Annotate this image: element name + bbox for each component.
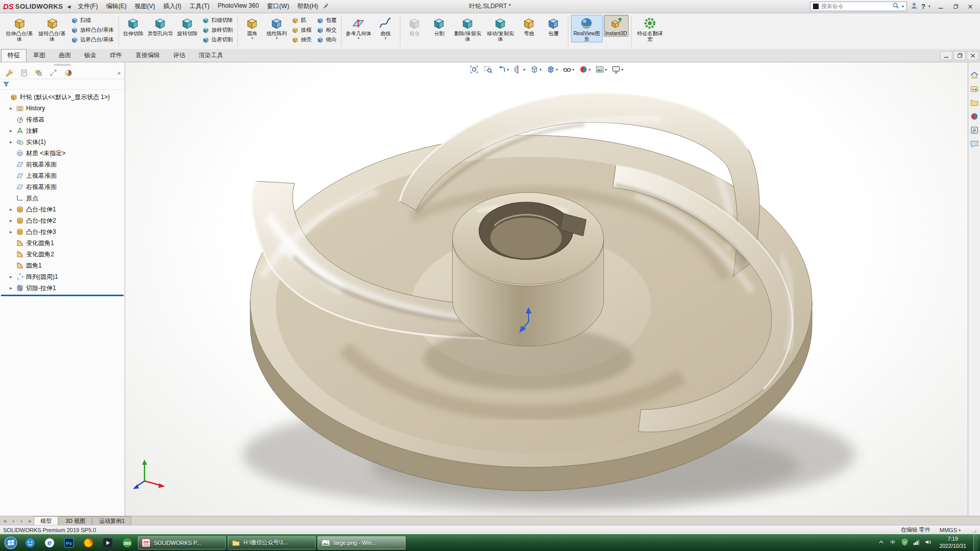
tree-item-11[interactable]: ▸凸台-拉伸3 [0,226,125,237]
tab-displaymanager[interactable] [63,68,73,78]
tab-featuremanager[interactable] [4,68,14,78]
tray-ime-icon[interactable]: 中 [889,538,897,547]
tab-6[interactable]: 评估 [166,49,192,62]
ribbon-button-g2-2-1[interactable]: 拔模 [290,26,314,35]
tree-item-13[interactable]: 变化圆角2 [0,249,125,260]
ribbon-button-g4-2[interactable]: 删除/保留实体 [452,15,484,42]
menu-item-1[interactable]: 编辑(E) [102,1,131,12]
bottom-tab-2[interactable]: 运动算例1 [92,516,131,525]
edit-appearance-button[interactable]: ▾ [578,64,592,75]
window-restore-button[interactable] [948,2,962,12]
user-account-icon[interactable] [910,2,918,11]
bottom-tab-0[interactable]: 模型 [34,516,58,525]
hide-show-items-button[interactable]: ▾ [561,64,576,75]
window-close-button[interactable] [963,2,977,12]
ribbon-button-g2-2-2[interactable]: 抽壳 [290,35,314,44]
tree-root[interactable]: 叶轮 (默认<<默认>_显示状态 1>) [0,91,125,103]
tab-7[interactable]: 渲染工具 [192,49,230,62]
rollback-bar[interactable] [1,295,124,296]
tab-scroll-prev-button[interactable]: ‹ [9,517,17,525]
apply-scene-button[interactable]: ▾ [594,64,609,75]
tab-5[interactable]: 直接编辑 [129,49,166,62]
magnifier-icon[interactable] [892,2,899,9]
doc-close-button[interactable] [967,51,979,60]
taskbar-blue-app-button[interactable] [20,535,40,550]
taskbar-clock[interactable]: 7:19 2022/10/31 [936,536,969,549]
tree-item-16[interactable]: ▸切除-拉伸1 [0,282,125,294]
menu-item-3[interactable]: 插入(I) [159,1,185,12]
pin-icon[interactable] [322,2,329,9]
ribbon-button-g1-1[interactable]: 异型孔向导 [146,15,175,37]
view-orientation-button[interactable]: ▾ [528,64,543,75]
tab-1[interactable]: 草图 [27,49,52,62]
task-pane-custom-properties-button[interactable] [970,126,979,135]
ribbon-button-g4-0[interactable]: 组合 [403,15,426,37]
ribbon-button-g4-4[interactable]: 弯曲 [517,15,541,37]
doc-restore-button[interactable] [953,51,966,60]
ribbon-button-g1-2[interactable]: 旋转切除 [176,15,199,37]
help-caret-icon[interactable]: ▾ [928,4,930,9]
taskbar-photoshop-button[interactable]: Ps [59,535,79,550]
display-style-button[interactable]: ▾ [544,64,559,75]
show-desktop-button[interactable] [973,534,978,551]
tab-2[interactable]: 曲面 [52,49,78,62]
tray-tray-expand-icon[interactable] [877,538,885,547]
ribbon-button-g2-3-2[interactable]: 镜向 [315,35,339,44]
taskbar-window-0[interactable]: SW2019SOLIDWORKS P... [138,536,226,549]
ribbon-button-g1-3-0[interactable]: 扫描切除 [200,16,235,25]
tree-item-9[interactable]: ▸凸台-拉伸1 [0,204,125,215]
search-magnifier-icon[interactable] [892,2,899,11]
tab-4[interactable]: 焊件 [103,49,129,62]
ribbon-button-g1-3-1[interactable]: 放样切割 [200,26,235,35]
menu-item-6[interactable]: 窗口(W) [263,1,293,12]
ribbon-button-g2-0[interactable]: 圆角▾ [241,15,264,40]
taskbar-dark-app-button[interactable] [98,535,117,550]
panel-expand-arrow[interactable]: > [117,70,121,76]
person-icon[interactable] [910,2,918,10]
ribbon-button-g0-2-2[interactable]: 边界凸台/基体 [69,35,116,44]
taskbar-start-button[interactable] [1,535,20,550]
tray-shield-icon[interactable] [901,538,909,547]
tab-configurationmanager[interactable] [34,68,43,78]
menu-item-5[interactable]: PhotoView 360 [213,1,263,12]
tree-item-15[interactable]: ▸阵列(圆周)1 [0,271,125,282]
zoom-area-button[interactable] [482,64,494,75]
ribbon-button-g2-1[interactable]: 线性阵列▾ [265,15,289,40]
menu-item-7[interactable]: 帮助(H) [293,1,322,12]
tree-item-3[interactable]: ▸实体(1) [0,136,125,148]
section-view-button[interactable]: ▾ [512,64,527,75]
ribbon-button-g2-3-1[interactable]: 相交 [315,26,339,35]
task-pane-resources-button[interactable] [970,70,979,80]
tree-item-2[interactable]: ▸注解 [0,125,125,136]
menu-item-2[interactable]: 视图(V) [131,1,159,12]
graphics-area[interactable]: ▾▾▾▾▾▾▾▾ [125,62,968,516]
window-minimize-button[interactable] [934,2,947,12]
ribbon-button-g4-1[interactable]: 分割 [427,15,451,37]
tab-3[interactable]: 钣金 [78,49,103,62]
ribbon-button-g6-0[interactable]: 特征名翻译宏 [634,15,666,42]
search-command-input[interactable]: 搜索命令 ▾ [810,2,907,11]
tree-item-7[interactable]: 右视基准面 [0,181,125,193]
tree-item-5[interactable]: 前视基准面 [0,159,125,170]
tree-item-12[interactable]: 变化圆角1 [0,237,125,249]
menu-collapse-arrow-icon[interactable]: ◀ [67,4,70,9]
taskbar-window-2[interactable]: large.png - Win... [318,536,405,549]
ribbon-button-g4-3[interactable]: 移动/复制实体 [485,15,516,42]
task-pane-appearances-button[interactable] [970,112,979,121]
search-caret-icon[interactable]: ▾ [902,4,904,9]
tray-volume-icon[interactable] [924,538,932,547]
units-selector[interactable]: MMGS▴ [940,527,961,533]
taskbar-edge-button[interactable]: e [40,535,59,550]
menu-item-4[interactable]: 工具(T) [185,1,213,12]
taskbar-firefox-button[interactable] [79,535,98,550]
panel-grip[interactable] [0,62,125,67]
ribbon-button-g0-2-0[interactable]: 扫描 [69,16,116,25]
doc-minimize-button[interactable] [940,51,952,60]
task-pane-forum-button[interactable] [970,139,979,149]
impeller-3d-model[interactable] [125,62,968,516]
ribbon-button-g2-3-0[interactable]: 包覆 [315,16,339,25]
ribbon-button-g5-0[interactable]: RealView图形 [571,15,603,42]
menu-item-0[interactable]: 文件(F) [74,1,102,12]
tab-0[interactable]: 特征 [1,49,27,62]
menu-pin-icon[interactable] [322,2,329,11]
